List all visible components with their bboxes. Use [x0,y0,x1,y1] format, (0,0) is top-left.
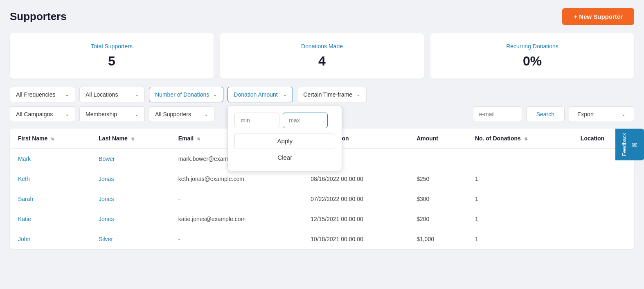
number-of-donations-label: Number of Donations [155,91,209,98]
donation-min-input[interactable] [234,113,279,128]
chevron-down-icon: ⌄ [356,92,360,97]
stat-value-donations-made: 4 [236,54,408,69]
chevron-down-icon: ⌄ [135,111,139,117]
feedback-tab-wrapper: Feedback ✉ [615,129,644,160]
cell-first-name[interactable]: Mark [10,149,90,169]
cell-last-donation: 08/16/2022 00:00:00 [302,169,408,189]
stat-card-donations-made: Donations Made 4 [220,33,424,79]
cell-last-donation: 07/22/2022 00:00:00 [302,189,408,209]
chevron-down-icon: ⌄ [283,92,287,97]
apply-button[interactable]: Apply [234,133,335,149]
cell-amount: $250 [408,169,467,189]
table-row: Sarah Jones - 07/22/2022 00:00:00 $300 1 [10,189,634,209]
all-campaigns-label: All Campaigns [16,111,53,117]
dropdown-actions: Apply Clear [234,133,335,164]
cell-first-name[interactable]: John [10,229,90,249]
donation-amount-label: Donation Amount [234,91,277,98]
donation-amount-container: Donation Amount ⌄ Apply Clear [227,87,293,102]
cell-amount: $1,000 [408,229,467,249]
donation-amount-dropdown: Apply Clear [227,106,342,171]
cell-last-name[interactable]: Silver [90,229,170,249]
cell-location [572,209,634,229]
cell-first-name[interactable]: Katie [10,209,90,229]
cell-first-name[interactable]: Keth [10,169,90,189]
stat-card-total-supporters: Total Supporters 5 [10,33,214,79]
all-frequencies-label: All Frequencies [16,91,56,98]
chevron-down-icon: ⌄ [65,111,69,117]
all-locations-label: All Locations [86,91,118,98]
cell-email: keth.jonas@example.com [170,169,303,189]
chevron-down-icon: ⌄ [135,92,139,97]
donation-max-input[interactable] [283,113,328,128]
col-header-last-name[interactable]: Last Name ⇅ [90,129,170,149]
page-title: Supporters [10,10,67,23]
cell-first-name[interactable]: Sarah [10,189,90,209]
chevron-down-icon: ⌄ [213,92,217,97]
filters-section: All Frequencies ⌄ All Locations ⌄ Number… [10,87,634,122]
cell-no-of-donations: 1 [467,189,572,209]
cell-last-donation: 12/15/2021 00:00:00 [302,209,408,229]
stat-value-total-supporters: 5 [26,54,197,69]
cell-amount [408,149,467,169]
cell-email: katie.jones@example.com [170,209,303,229]
email-filter-input[interactable] [473,106,522,122]
membership-select[interactable]: Membership ⌄ [79,106,145,122]
chevron-down-icon: ⌄ [204,111,208,117]
cell-last-donation: 10/18/2021 00:00:00 [302,229,408,249]
all-supporters-select[interactable]: All Supporters ⌄ [149,106,214,122]
cell-email: - [170,229,303,249]
export-button[interactable]: Export ⌄ [569,106,634,122]
all-campaigns-select[interactable]: All Campaigns ⌄ [10,106,75,122]
table-row: John Silver - 10/18/2021 00:00:00 $1,000… [10,229,634,249]
filter-row-1: All Frequencies ⌄ All Locations ⌄ Number… [10,87,634,102]
stat-label-total-supporters: Total Supporters [26,43,197,50]
cell-location [572,229,634,249]
table-row: Katie Jones katie.jones@example.com 12/1… [10,209,634,229]
cell-no-of-donations: 1 [467,169,572,189]
membership-label: Membership [86,111,117,117]
stat-label-recurring-donations: Recurring Donations [447,43,618,50]
stats-row: Total Supporters 5 Donations Made 4 Recu… [10,33,634,79]
page-header: Supporters + New Supporter [10,8,634,25]
col-header-no-of-donations[interactable]: No. of Donations ⇅ [467,129,572,149]
export-label: Export [577,111,594,117]
page-container: Supporters + New Supporter Total Support… [0,0,644,289]
cell-amount: $300 [408,189,467,209]
cell-no-of-donations [467,149,572,169]
cell-last-name[interactable]: Bower [90,149,170,169]
donation-inputs [234,113,335,128]
cell-amount: $200 [408,209,467,229]
stat-label-donations-made: Donations Made [236,43,408,50]
cell-no-of-donations: 1 [467,209,572,229]
cell-email: - [170,189,303,209]
cell-last-name[interactable]: Jones [90,209,170,229]
clear-button[interactable]: Clear [234,151,335,164]
cell-no-of-donations: 1 [467,229,572,249]
feedback-tab[interactable]: Feedback ✉ [615,129,644,160]
cell-last-name[interactable]: Jonas [90,169,170,189]
col-header-amount: Amount [408,129,467,149]
cell-location [572,169,634,189]
all-supporters-label: All Supporters [155,111,191,117]
stat-value-recurring-donations: 0% [447,54,618,69]
sort-icon-no-of-donations: ⇅ [524,137,527,141]
certain-timeframe-select[interactable]: Certain Time-frame ⌄ [297,87,367,102]
feedback-icon: ✉ [630,141,638,149]
all-frequencies-select[interactable]: All Frequencies ⌄ [10,87,75,102]
all-locations-select[interactable]: All Locations ⌄ [79,87,145,102]
search-button[interactable]: Search [526,106,565,122]
cell-last-name[interactable]: Jones [90,189,170,209]
feedback-label: Feedback [621,133,627,156]
table-row: Keth Jonas keth.jonas@example.com 08/16/… [10,169,634,189]
donation-amount-select[interactable]: Donation Amount ⌄ [227,87,293,102]
new-supporter-button[interactable]: + New Supporter [562,8,634,25]
certain-timeframe-label: Certain Time-frame [303,91,352,98]
number-of-donations-select[interactable]: Number of Donations ⌄ [149,87,223,102]
sort-icon-email: ⇅ [197,137,200,141]
col-header-first-name[interactable]: First Name ⇅ [10,129,90,149]
sort-icon-last-name: ⇅ [131,137,134,141]
stat-card-recurring-donations: Recurring Donations 0% [430,33,634,79]
sort-icon-first-name: ⇅ [51,137,54,141]
chevron-down-icon: ⌄ [65,92,69,97]
chevron-down-icon: ⌄ [621,111,626,117]
